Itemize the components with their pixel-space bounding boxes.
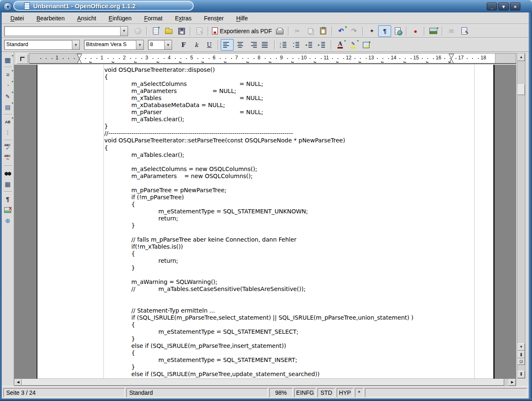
decrease-indent-button[interactable] — [303, 39, 316, 51]
page-indicator[interactable]: Seite 3 / 24 — [3, 388, 125, 397]
document-page[interactable]: void OSQLParseTreeIterator::dispose() { … — [37, 65, 495, 379]
copy-button[interactable] — [304, 25, 317, 37]
menu-hilfe[interactable]: Hilfe — [230, 14, 254, 23]
page-style[interactable]: Standard — [126, 388, 268, 397]
align-center-button[interactable] — [234, 39, 246, 51]
chevron-down-icon[interactable]: ▼ — [72, 40, 79, 49]
menu-extras[interactable]: Extras — [169, 14, 198, 23]
navigation-selector-button[interactable] — [517, 358, 525, 365]
url-combo[interactable]: ▼ — [4, 26, 128, 36]
ruler-tick — [287, 58, 288, 59]
pdf-export-button[interactable]: Exportieren als PDF — [211, 25, 273, 37]
menu-bearbeiten[interactable]: Bearbeiten — [30, 14, 71, 23]
close-button[interactable]: × — [510, 2, 520, 10]
tab-type-selector[interactable] — [17, 54, 28, 64]
hyperlink-dialog-icon — [395, 27, 401, 34]
scroll-right-icon[interactable]: ▶ — [509, 379, 516, 386]
undo-button[interactable]: ↶ — [335, 25, 347, 37]
navigator-button[interactable]: ✦ — [365, 25, 378, 37]
font-color-button[interactable]: A — [334, 39, 347, 51]
draw-functions-button[interactable]: ✎ — [1, 91, 15, 102]
insert-mode[interactable]: EINFG — [294, 388, 316, 397]
font-size-combo[interactable]: 8 ▼ — [148, 40, 172, 50]
save-button[interactable] — [175, 25, 188, 37]
redo-button[interactable]: ↷ — [347, 25, 360, 37]
previous-page-icon[interactable]: ▲▲ — [517, 351, 525, 358]
stylist-button[interactable]: ¶ — [378, 25, 391, 37]
insert-table-button[interactable]: ▦ — [1, 54, 15, 65]
menu-einfgen[interactable]: Einfügen — [102, 14, 138, 23]
align-justify-button[interactable] — [259, 39, 272, 51]
autotext-button[interactable] — [1, 117, 15, 127]
maximize-button[interactable]: ▼ — [498, 2, 509, 10]
hyperlink-mode[interactable]: HYP — [337, 388, 353, 397]
gallery-button[interactable] — [427, 25, 440, 37]
mail-button[interactable]: ✉ — [445, 25, 458, 37]
system-menu-button[interactable]: ▼ — [3, 2, 12, 11]
align-left-button[interactable] — [221, 39, 234, 51]
menu-format[interactable]: Format — [138, 14, 169, 23]
nonprinting-characters-icon: ¶ — [4, 196, 12, 203]
online-layout-button[interactable]: ⊕ — [1, 215, 15, 226]
nonprinting-characters-button[interactable]: ¶ — [1, 194, 15, 205]
cut-button[interactable]: ✂ — [291, 25, 304, 37]
open-button[interactable] — [162, 25, 175, 37]
record-macro-button[interactable]: ● — [409, 25, 422, 37]
data-sources-button[interactable]: ▦ — [1, 179, 15, 190]
new-document-button[interactable] — [149, 25, 162, 37]
increase-indent-button[interactable] — [316, 39, 329, 51]
align-right-button[interactable] — [246, 39, 259, 51]
stop-button[interactable] — [131, 25, 144, 37]
menu-ansicht[interactable]: Ansicht — [71, 14, 102, 23]
font-name-combo[interactable]: Bitstream Vera S ▼ — [84, 40, 144, 50]
spellcheck-button[interactable]: ✓ — [1, 142, 15, 153]
background-color-button[interactable] — [360, 39, 372, 51]
find-replace-button[interactable] — [1, 168, 15, 179]
font-color-icon: A — [336, 41, 344, 49]
bold-button[interactable]: F — [177, 39, 190, 51]
auto-spellcheck-button[interactable]: ~ — [1, 153, 15, 164]
ruler-number: 15 — [413, 55, 419, 61]
chevron-down-icon[interactable]: ▼ — [120, 27, 128, 36]
bullet-list-button[interactable] — [290, 39, 303, 51]
vertical-scrollbar-thumb[interactable] — [517, 84, 525, 95]
ruler-tick — [209, 58, 209, 59]
menu-datei[interactable]: Datei — [4, 14, 30, 23]
highlighting-button[interactable]: ✎ — [347, 39, 360, 51]
numbered-list-button[interactable] — [277, 39, 290, 51]
insert-object-button[interactable]: ◔ — [1, 80, 15, 91]
document-edit-button[interactable] — [458, 25, 470, 37]
underline-button[interactable]: U — [203, 39, 216, 51]
online-layout-icon: ⊕ — [4, 217, 12, 225]
graphics-onoff-button[interactable] — [1, 205, 15, 215]
horizontal-scrollbar-thumb[interactable] — [22, 379, 504, 386]
form-functions-button[interactable]: ▤ — [1, 102, 15, 112]
ruler-tick — [332, 58, 333, 59]
chevron-down-icon[interactable]: ▼ — [164, 40, 172, 49]
insert-button[interactable]: ≡ — [1, 69, 15, 80]
paragraph-style-combo[interactable]: Standard ▼ — [4, 40, 80, 50]
left-indent-marker[interactable] — [76, 54, 82, 64]
next-page-icon[interactable]: ▼▼ — [517, 371, 525, 378]
document-text[interactable]: void OSQLParseTreeIterator::dispose() { … — [104, 66, 414, 378]
zoom-level[interactable]: 98% — [269, 388, 293, 397]
scroll-down-icon[interactable]: ▼ — [517, 343, 525, 351]
horizontal-scrollbar[interactable]: ◀ ▶ — [14, 379, 516, 386]
direct-cursor-button[interactable]: I — [1, 127, 15, 138]
edit-file-button[interactable] — [193, 25, 206, 37]
horizontal-ruler[interactable]: 1234567891011121314151617181 — [29, 53, 516, 64]
vertical-scrollbar[interactable]: ▲ ▼ ▲▲ ▼▼ — [517, 53, 525, 379]
menu-fenster[interactable]: Fenster — [198, 14, 230, 23]
chevron-down-icon[interactable]: ▼ — [136, 40, 143, 49]
paste-button[interactable] — [317, 25, 330, 37]
scroll-up-icon[interactable]: ▲ — [517, 54, 525, 61]
url-input[interactable] — [5, 27, 120, 36]
italic-button[interactable]: k — [190, 39, 203, 51]
print-button[interactable] — [273, 25, 286, 37]
scroll-left-icon[interactable]: ◀ — [15, 379, 22, 386]
minimize-button[interactable]: _ — [487, 2, 497, 10]
selection-mode[interactable]: STD — [318, 388, 335, 397]
ruler-tick — [153, 58, 153, 59]
hyperlink-dialog-button[interactable] — [391, 25, 404, 37]
modified-flag[interactable]: * — [355, 388, 363, 397]
